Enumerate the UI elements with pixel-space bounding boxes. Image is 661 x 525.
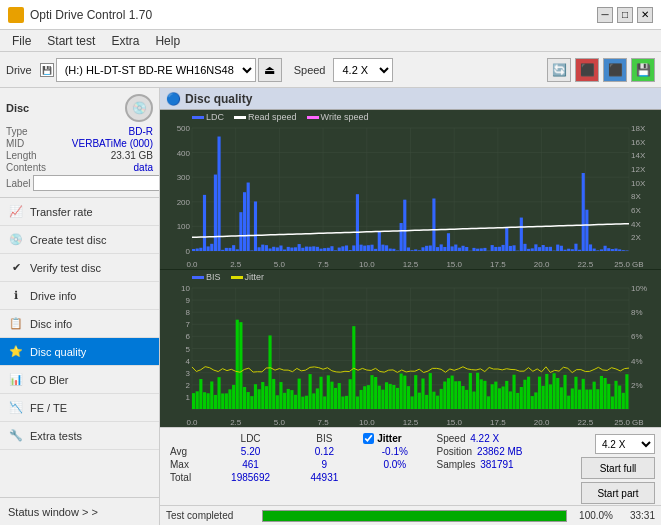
total-speed-empty [433,471,573,484]
status-window-button[interactable]: Status window > > [0,497,159,525]
drive-info-icon: ℹ [8,288,24,304]
verify-test-disc-icon: ✔ [8,260,24,276]
total-bis: 44931 [292,471,357,484]
menu-file[interactable]: File [4,32,39,50]
chart2-legend: BIS Jitter [192,272,264,282]
speed-select[interactable]: 4.2 X [333,58,393,82]
content-area: 🔵 Disc quality LDC Read speed [160,88,661,525]
start-buttons-area: 4.2 X Start full Start part [581,432,655,504]
bis-legend-item: BIS [192,272,221,282]
fe-te-icon: 📉 [8,400,24,416]
refresh-button[interactable]: 🔄 [547,58,571,82]
progress-inner [263,511,566,521]
ldc-legend-label: LDC [206,112,224,122]
status-text: Test completed [166,510,256,521]
jitter-checkbox[interactable] [363,433,374,444]
total-label: Total [166,471,210,484]
app-title: Opti Drive Control 1.70 [30,8,152,22]
stats-table-container: LDC BIS Jitter Speed 4.22 X [166,432,573,484]
start-part-button[interactable]: Start part [581,482,655,504]
stats-speed-select[interactable]: 4.2 X [595,434,655,454]
menu-start-test[interactable]: Start test [39,32,103,50]
ldc-legend-item: LDC [192,112,224,122]
menu-extra[interactable]: Extra [103,32,147,50]
sidebar-item-verify-test-disc[interactable]: ✔ Verify test disc [0,254,159,282]
contents-label: Contents [6,162,46,173]
title-bar: Opti Drive Control 1.70 ─ □ ✕ [0,0,661,30]
stats-row-total: Total 1985692 44931 [166,471,573,484]
max-bis: 9 [292,458,357,471]
speed-header-label: Speed [437,433,466,444]
disc-quality-header-icon: 🔵 [166,92,181,106]
stats-row-avg: Avg 5.20 0.12 -0.1% Position 23862 MB [166,445,573,458]
speed-label: Speed [294,64,326,76]
col-header-speed: Speed 4.22 X [433,432,573,445]
bis-canvas [160,270,661,427]
settings-button[interactable]: ⬛ [575,58,599,82]
transfer-rate-icon: 📈 [8,204,24,220]
eject-button[interactable]: ⏏ [258,58,282,82]
sidebar: Disc 💿 Type BD-R MID VERBATiMe (000) Len… [0,88,160,525]
extra-tests-label: Extra tests [30,430,82,442]
disc-label-row: Label ✏ [6,175,153,191]
sidebar-item-cd-bler[interactable]: 📊 CD Bler [0,366,159,394]
sidebar-item-disc-quality[interactable]: ⭐ Disc quality [0,338,159,366]
disc-quality-label: Disc quality [30,346,86,358]
disc-info-icon: 📋 [8,316,24,332]
read-speed-legend-color [234,116,246,119]
cd-bler-icon: 📊 [8,372,24,388]
drive-select[interactable]: (H:) HL-DT-ST BD-RE WH16NS48 1.D3 [56,58,256,82]
disc-mid-row: MID VERBATiMe (000) [6,138,153,149]
status-window-label: Status window > > [8,506,98,518]
menu-help[interactable]: Help [147,32,188,50]
position-val: 23862 MB [477,446,523,457]
drive-label: Drive [6,64,32,76]
type-value: BD-R [129,126,153,137]
write-speed-legend-label: Write speed [321,112,369,122]
progress-bar-area: Test completed 100.0% 33:31 [160,505,661,525]
save-button[interactable]: 💾 [631,58,655,82]
start-full-button[interactable]: Start full [581,457,655,479]
disc-section-title: Disc [6,102,29,114]
cd-bler-label: CD Bler [30,374,69,386]
disc-quality-icon: ⭐ [8,344,24,360]
verify-test-disc-label: Verify test disc [30,262,101,274]
disc-contents-row: Contents data [6,162,153,173]
sidebar-item-drive-info[interactable]: ℹ Drive info [0,282,159,310]
position-row: Position 23862 MB [433,445,573,458]
app-icon [8,7,24,23]
col-header-spacer: Jitter [357,432,432,445]
maximize-button[interactable]: □ [617,7,633,23]
write-speed-legend-color [307,116,319,119]
jitter-col-label: Jitter [377,433,401,444]
jitter-legend-label: Jitter [245,272,265,282]
total-jitter-empty [357,471,432,484]
info-button[interactable]: ⬛ [603,58,627,82]
sidebar-item-extra-tests[interactable]: 🔧 Extra tests [0,422,159,450]
label-input[interactable] [33,175,160,191]
sidebar-item-fe-te[interactable]: 📉 FE / TE [0,394,159,422]
max-ldc: 461 [210,458,292,471]
col-header-empty [166,432,210,445]
type-label: Type [6,126,28,137]
bis-chart: BIS Jitter [160,270,661,427]
main-area: Disc 💿 Type BD-R MID VERBATiMe (000) Len… [0,88,661,525]
minimize-button[interactable]: ─ [597,7,613,23]
progress-time: 33:31 [619,510,655,521]
create-test-disc-icon: 💿 [8,232,24,248]
speed-header-val: 4.22 X [470,433,499,444]
transfer-rate-label: Transfer rate [30,206,93,218]
mid-label: MID [6,138,24,149]
total-ldc: 1985692 [210,471,292,484]
title-controls: ─ □ ✕ [597,7,653,23]
jitter-legend-color [231,276,243,279]
max-jitter: 0.0% [357,458,432,471]
ldc-legend-color [192,116,204,119]
sidebar-item-disc-info[interactable]: 📋 Disc info [0,310,159,338]
read-speed-legend-item: Read speed [234,112,297,122]
sidebar-item-transfer-rate[interactable]: 📈 Transfer rate [0,198,159,226]
avg-ldc: 5.20 [210,445,292,458]
sidebar-item-create-test-disc[interactable]: 💿 Create test disc [0,226,159,254]
close-button[interactable]: ✕ [637,7,653,23]
write-speed-legend-item: Write speed [307,112,369,122]
